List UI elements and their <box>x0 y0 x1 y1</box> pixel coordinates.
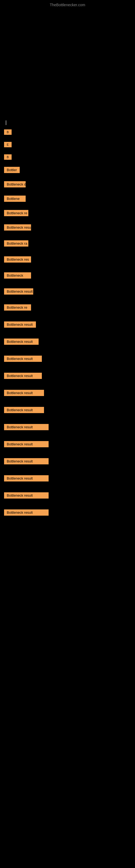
list-item: Bottler <box>4 167 131 173</box>
bottleneck-badge[interactable]: Bottlene <box>4 195 26 202</box>
bottleneck-badge[interactable]: Bottleneck result <box>4 288 33 294</box>
list-item: Bottleneck result <box>4 509 131 516</box>
list-item: Bottleneck result <box>4 407 131 413</box>
bottleneck-badge[interactable]: Bottleneck result <box>4 373 42 379</box>
list-item: Bottlene <box>4 195 131 202</box>
bottleneck-badge[interactable]: Bottleneck result <box>4 424 49 430</box>
bottleneck-badge[interactable]: Bottleneck result <box>4 509 49 516</box>
bottleneck-badge[interactable]: Bottleneck result <box>4 475 49 482</box>
bottleneck-badge[interactable]: Bottler <box>4 167 20 173</box>
list-item: E <box>4 142 131 147</box>
site-title: TheBottlenecker.com <box>0 0 135 8</box>
bottleneck-badge[interactable]: Bottleneck ra <box>4 240 28 247</box>
list-item: Bottleneck result <box>4 355 131 362</box>
list-item: Bottleneck result <box>4 441 131 447</box>
list-item: Bottleneck result <box>4 475 131 482</box>
list-item: Bottleneck result <box>4 492 131 499</box>
bottleneck-badge[interactable]: Bottleneck result <box>4 407 44 413</box>
bottleneck-badge[interactable]: Bottleneck result <box>4 441 49 447</box>
bottleneck-badge[interactable]: Bottleneck result <box>4 390 44 396</box>
list-item: B <box>4 129 131 135</box>
bottleneck-badge[interactable]: B <box>4 154 12 160</box>
bottleneck-badge[interactable]: Bottleneck result <box>4 458 49 464</box>
list-item: Bottleneck resul <box>4 224 131 230</box>
bottleneck-list: BEBBottlerBottleneck dBottleneBottleneck… <box>4 129 131 527</box>
list-item: Bottleneck result <box>4 458 131 464</box>
bottleneck-badge[interactable]: Bottleneck <box>4 272 31 279</box>
list-item: Bottleneck result <box>4 288 131 294</box>
list-item: Bottleneck result <box>4 424 131 430</box>
list-item: Bottleneck ra <box>4 240 131 247</box>
bottleneck-badge[interactable]: Bottleneck d <box>4 181 26 187</box>
bottleneck-badge[interactable]: B <box>4 129 12 135</box>
bottleneck-badge[interactable]: Bottleneck resul <box>4 224 31 230</box>
bottleneck-badge[interactable]: E <box>4 142 12 147</box>
list-item: Bottleneck result <box>4 390 131 396</box>
list-item: Bottleneck res <box>4 256 131 262</box>
list-item: Bottleneck result <box>4 339 131 345</box>
bottleneck-badge[interactable]: Bottleneck result <box>4 492 49 499</box>
bottleneck-badge[interactable]: Bottleneck res <box>4 256 31 262</box>
bottleneck-badge[interactable]: Bottleneck re <box>4 210 28 216</box>
list-item: B <box>4 154 131 160</box>
bottleneck-badge[interactable]: Bottleneck result <box>4 355 42 362</box>
list-item: Bottleneck <box>4 272 131 279</box>
list-item: Bottleneck d <box>4 181 131 187</box>
list-item: Bottleneck re <box>4 210 131 216</box>
section-label: | <box>4 120 131 125</box>
list-item: Bottleneck re <box>4 304 131 311</box>
bottleneck-badge[interactable]: Bottleneck result <box>4 339 39 345</box>
main-content: | BEBBottlerBottleneck dBottleneBottlene… <box>0 8 135 529</box>
bottleneck-badge[interactable]: Bottleneck result <box>4 321 36 328</box>
list-item: Bottleneck result <box>4 321 131 328</box>
bottleneck-badge[interactable]: Bottleneck re <box>4 304 31 311</box>
list-item: Bottleneck result <box>4 373 131 379</box>
